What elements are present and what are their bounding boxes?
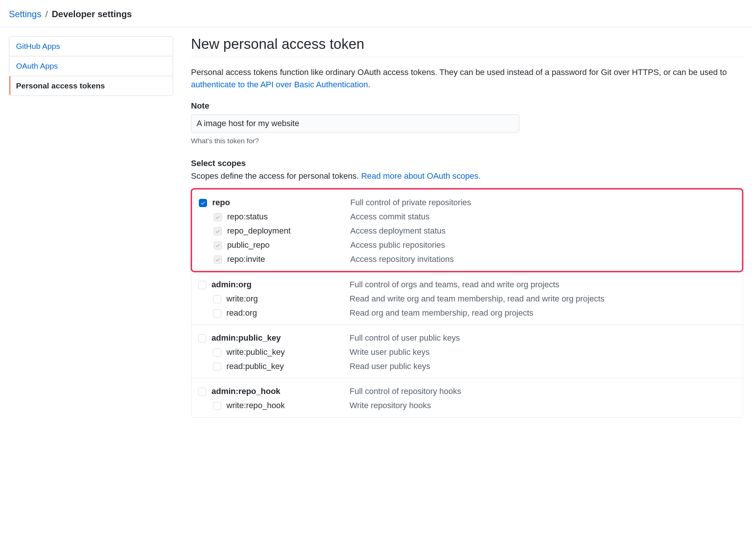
scope-checkbox bbox=[214, 227, 222, 235]
scope-group: admin:repo_hookFull control of repositor… bbox=[191, 378, 743, 417]
scope-checkbox bbox=[214, 213, 222, 221]
scope-checkbox[interactable] bbox=[198, 281, 206, 289]
scope-description: Full control of private repositories bbox=[350, 198, 735, 207]
scopes-doc-link[interactable]: Read more about OAuth scopes. bbox=[361, 171, 480, 181]
scope-checkbox bbox=[214, 241, 222, 250]
sidebar-item-oauth-apps[interactable]: OAuth Apps bbox=[9, 56, 173, 76]
breadcrumb-separator: / bbox=[45, 9, 48, 19]
scope-name: admin:public_key bbox=[212, 333, 350, 343]
scope-row: write:public_keyWrite user public keys bbox=[198, 345, 736, 359]
scope-name: admin:repo_hook bbox=[212, 387, 350, 396]
scope-checkbox[interactable] bbox=[213, 309, 221, 317]
scope-name: repo:invite bbox=[227, 254, 350, 264]
intro-text: Personal access tokens function like ord… bbox=[191, 66, 743, 91]
scope-checkbox[interactable] bbox=[198, 388, 206, 396]
scope-group: repoFull control of private repositories… bbox=[191, 188, 743, 272]
scope-checkbox[interactable] bbox=[213, 363, 221, 371]
scope-name: public_repo bbox=[227, 240, 350, 250]
scope-description: Access repository invitations bbox=[350, 254, 735, 264]
scope-group: admin:orgFull control of orgs and teams,… bbox=[191, 272, 743, 325]
breadcrumb: Settings / Developer settings bbox=[0, 0, 752, 27]
scope-row: repo_deploymentAccess deployment status bbox=[199, 224, 735, 238]
note-input[interactable] bbox=[191, 115, 519, 132]
scope-description: Full control of orgs and teams, read and… bbox=[350, 280, 736, 290]
scope-description: Read and write org and team membership, … bbox=[350, 294, 736, 304]
scope-name: write:repo_hook bbox=[226, 401, 350, 410]
scope-checkbox[interactable] bbox=[199, 199, 207, 207]
scope-row: repoFull control of private repositories bbox=[199, 195, 735, 210]
scope-row: read:orgRead org and team membership, re… bbox=[198, 306, 736, 320]
page-title: New personal access token bbox=[191, 36, 743, 57]
scope-description: Full control of user public keys bbox=[350, 333, 736, 343]
scope-name: read:public_key bbox=[226, 362, 350, 371]
scope-checkbox bbox=[214, 256, 222, 264]
scope-row: repo:inviteAccess repository invitations bbox=[199, 252, 735, 266]
scope-name: write:org bbox=[226, 294, 350, 304]
scope-description: Write user public keys bbox=[350, 347, 736, 357]
scope-checkbox[interactable] bbox=[213, 348, 221, 357]
scope-row: admin:public_keyFull control of user pub… bbox=[198, 331, 736, 345]
scopes-heading: Select scopes bbox=[191, 159, 743, 168]
scope-group: admin:public_keyFull control of user pub… bbox=[191, 325, 743, 378]
scope-description: Access commit status bbox=[350, 212, 735, 222]
sidebar: GitHub AppsOAuth AppsPersonal access tok… bbox=[9, 36, 173, 417]
sidebar-item-personal-access-tokens[interactable]: Personal access tokens bbox=[9, 76, 173, 96]
scope-checkbox[interactable] bbox=[198, 334, 206, 342]
scope-description: Read user public keys bbox=[350, 362, 736, 371]
scope-row: admin:repo_hookFull control of repositor… bbox=[198, 384, 736, 398]
scope-description: Read org and team membership, read org p… bbox=[350, 308, 736, 318]
scopes-list: repoFull control of private repositories… bbox=[191, 188, 743, 417]
scope-description: Full control of repository hooks bbox=[350, 387, 736, 396]
scopes-intro: Scopes define the access for personal to… bbox=[191, 171, 743, 181]
scope-name: write:public_key bbox=[226, 347, 350, 357]
scope-name: admin:org bbox=[212, 280, 350, 290]
breadcrumb-parent-link[interactable]: Settings bbox=[9, 9, 41, 19]
breadcrumb-current: Developer settings bbox=[52, 9, 132, 19]
scope-row: write:orgRead and write org and team mem… bbox=[198, 292, 736, 306]
scope-row: admin:orgFull control of orgs and teams,… bbox=[198, 278, 736, 292]
scope-row: public_repoAccess public repositories bbox=[199, 238, 735, 252]
scope-description: Access public repositories bbox=[350, 240, 735, 250]
scope-checkbox[interactable] bbox=[213, 402, 221, 410]
scope-row: repo:statusAccess commit status bbox=[199, 210, 735, 224]
scope-name: repo bbox=[212, 198, 350, 207]
scope-name: read:org bbox=[226, 308, 350, 318]
scope-row: read:public_keyRead user public keys bbox=[198, 359, 736, 373]
scope-checkbox[interactable] bbox=[213, 295, 221, 303]
note-label: Note bbox=[191, 101, 743, 111]
scope-name: repo:status bbox=[227, 212, 350, 222]
side-menu: GitHub AppsOAuth AppsPersonal access tok… bbox=[9, 36, 173, 96]
scope-name: repo_deployment bbox=[227, 226, 350, 236]
note-hint: What's this token for? bbox=[191, 137, 743, 145]
scope-description: Write repository hooks bbox=[350, 401, 736, 410]
sidebar-item-github-apps[interactable]: GitHub Apps bbox=[9, 37, 173, 56]
scope-description: Access deployment status bbox=[350, 226, 735, 236]
intro-auth-link[interactable]: authenticate to the API over Basic Authe… bbox=[191, 80, 368, 89]
main-content: New personal access token Personal acces… bbox=[191, 36, 743, 417]
scope-row: write:repo_hookWrite repository hooks bbox=[198, 398, 736, 413]
